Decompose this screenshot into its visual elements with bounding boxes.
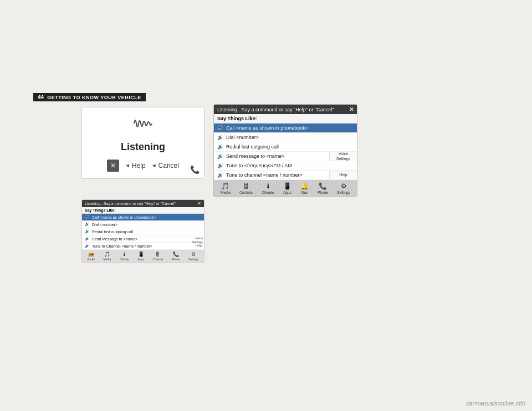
lg-apps-icon: 📱 [283, 182, 291, 190]
vs-large-nav-controls[interactable]: 🎛 Controls [239, 182, 253, 194]
vs-item-label-1: Call <name as shown in phonebook> [92, 215, 156, 219]
vs-large-mic-icon-5: 🔊 [217, 163, 223, 168]
page-header: 44 GETTING TO KNOW YOUR VEHICLE [33, 93, 146, 101]
vs-large-item-4[interactable]: 🔊 Send message to <name> VoiceSettings [214, 152, 357, 161]
lg-media-label: Media [221, 191, 231, 194]
vs-large-mic-icon-6: 🔊 [217, 172, 223, 178]
vs-small-item-1[interactable]: 🔊 Call <name as shown in phonebook> [82, 214, 204, 221]
vs-large-nav-phone[interactable]: 📞 Phone [318, 182, 328, 194]
vs-small-nav-climate[interactable]: 🌡 Climate [120, 251, 129, 261]
listening-help-button[interactable]: ◄ Help [125, 162, 146, 169]
vs-large-say-label: Say Things Like: [214, 114, 357, 124]
cancel-label: Cancel [158, 162, 179, 169]
vs-mic-icon-1: 🔊 [85, 215, 90, 219]
vs-large-item-label-5: Tune to <frequency>/FM / AM [226, 163, 292, 168]
lg-media-icon: 🎵 [221, 182, 229, 190]
lg-nav-icon: 🔔 [300, 182, 309, 190]
vs-small-nav-radio[interactable]: 📻 Radio [88, 251, 95, 261]
vs-small-nav-phone[interactable]: 📞 Phone [172, 251, 180, 261]
vs-large-header: Listening...Say a command or say "Help" … [214, 105, 357, 114]
vs-small-nav-apps[interactable]: 📱 Apps [138, 251, 144, 261]
vs-large-nav-media[interactable]: 🎵 Media [221, 182, 231, 194]
vs-small-nav-settings[interactable]: ⚙ Settings [188, 251, 198, 261]
vs-item-label-2: Dial <number> [92, 223, 117, 227]
vs-large-item-3[interactable]: 🔊 Redial last outgoing call [214, 142, 357, 152]
media-icon: 🎵 [104, 251, 110, 257]
watermark: carmanualsonline.info [466, 400, 525, 407]
listening-controls-bar: ✕ ◄ Help ◄ Cancel [107, 160, 179, 172]
vs-large-item-5[interactable]: 🔊 Tune to <frequency>/FM / AM [214, 161, 357, 171]
vs-small-header-text: Listening...Say a command or say "Help" … [85, 202, 176, 206]
lg-settings-icon: ⚙ [341, 182, 347, 190]
vs-small-nav-controls[interactable]: 🎛 Controls [153, 251, 163, 261]
vs-small-item-3[interactable]: 🔊 Redial last outgoing call [82, 228, 204, 235]
climate-icon: 🌡 [122, 251, 127, 257]
vs-large-help-panel[interactable]: Help [329, 171, 357, 179]
vs-large-item-label-3: Redial last outgoing call [226, 144, 279, 150]
vs-mic-icon-2: 🔊 [85, 222, 90, 227]
controls-icon: 🎛 [155, 251, 160, 257]
lg-climate-icon: 🌡 [265, 182, 272, 190]
lg-phone-icon: 📞 [319, 182, 327, 190]
vs-mic-icon-5: 🔊 [85, 244, 90, 248]
vs-small-say-label: Say Things Like: [82, 207, 204, 214]
vs-large-mic-icon-2: 🔊 [217, 135, 223, 140]
listening-cancel-button[interactable]: ◄ Cancel [151, 162, 179, 169]
vs-large-nav-nav[interactable]: 🔔 Nav [300, 182, 309, 194]
lg-phone-label: Phone [318, 191, 328, 194]
vs-large-item-label-2: Dial <number> [226, 135, 259, 140]
vs-large-item-1[interactable]: 🔊 Call <name as shown in phonebook> [214, 124, 357, 133]
vs-item-label-3: Redial last outgoing call [92, 230, 133, 234]
voice-screen-small: Listening...Say a command or say "Help" … [81, 199, 204, 263]
listening-x-button[interactable]: ✕ [107, 160, 119, 172]
page-title: GETTING TO KNOW YOUR VEHICLE [47, 95, 141, 100]
vs-nav-phone-label: Phone [172, 258, 180, 261]
vs-large-footer: 🎵 Media 🎛 Controls 🌡 Climate 📱 Apps 🔔 Na… [214, 180, 357, 197]
vs-large-close-button[interactable]: ✕ [349, 106, 354, 112]
lg-climate-label: Climate [262, 191, 274, 194]
voice-screen-large: Listening...Say a command or say "Help" … [213, 104, 357, 197]
lg-apps-label: Apps [283, 191, 291, 194]
listening-wave-icon [131, 115, 155, 137]
vs-item-label-4: Send Message to <name> [92, 237, 137, 241]
cancel-mic-icon: ◄ [151, 162, 157, 168]
vs-large-nav-apps[interactable]: 📱 Apps [283, 182, 291, 194]
vs-small-close-button[interactable]: ✕ [197, 201, 201, 206]
lg-controls-icon: 🎛 [243, 182, 249, 190]
lg-settings-label: Settings [337, 191, 350, 194]
vs-large-mic-icon-1: 🔊 [217, 125, 223, 131]
vs-large-item-2[interactable]: 🔊 Dial <number> [214, 133, 357, 142]
vs-small-help-label: Help [196, 244, 202, 248]
vs-large-mic-icon-3: 🔊 [217, 144, 223, 150]
help-label: Help [132, 162, 146, 169]
vs-large-item-6[interactable]: 🔊 Tune to channel <name / number> Help [214, 171, 357, 180]
vs-small-item-5[interactable]: 🔊 Tune to Channel <name / number> Help [82, 243, 204, 250]
vs-nav-climate-label: Climate [120, 258, 129, 261]
vs-large-item-label-1: Call <name as shown in phonebook> [226, 125, 308, 131]
vs-nav-settings-label: Settings [188, 258, 198, 261]
help-mic-icon: ◄ [125, 162, 130, 168]
vs-mic-icon-4: 🔊 [85, 237, 90, 241]
vs-large-header-text: Listening...Say a command or say "Help" … [217, 107, 334, 112]
vs-large-nav-climate[interactable]: 🌡 Climate [262, 182, 274, 194]
phone-icon: 📞 [190, 165, 200, 174]
lg-nav-label: Nav [301, 191, 308, 194]
lg-controls-label: Controls [239, 191, 253, 194]
vs-small-nav-media[interactable]: 🎵 Media [104, 251, 111, 261]
vs-nav-apps-label: Apps [138, 258, 144, 261]
vs-nav-media-label: Media [104, 258, 111, 261]
vs-large-mic-icon-4: 🔊 [217, 153, 223, 159]
vs-small-footer: 📻 Radio 🎵 Media 🌡 Climate 📱 Apps 🎛 Contr… [82, 250, 204, 263]
vs-large-nav-settings[interactable]: ⚙ Settings [337, 182, 350, 194]
page-number: 44 [38, 94, 44, 100]
vs-mic-icon-3: 🔊 [85, 229, 90, 234]
vs-large-voice-settings[interactable]: VoiceSettings [329, 152, 357, 161]
phone-nav-icon: 📞 [173, 251, 179, 257]
vs-item-label-5: Tune to Channel <name / number> [92, 244, 152, 248]
vs-small-item-4[interactable]: 🔊 Send Message to <name> VoiceSettings [82, 235, 204, 243]
listening-panel: Listening ✕ ◄ Help ◄ Cancel 📞 [81, 107, 204, 179]
settings-icon: ⚙ [191, 251, 196, 257]
vs-small-item-2[interactable]: 🔊 Dial <number> [82, 221, 204, 228]
vs-large-item-label-4: Send message to <name> [226, 153, 285, 159]
vs-large-item-label-6: Tune to channel <name / number> [226, 172, 303, 178]
